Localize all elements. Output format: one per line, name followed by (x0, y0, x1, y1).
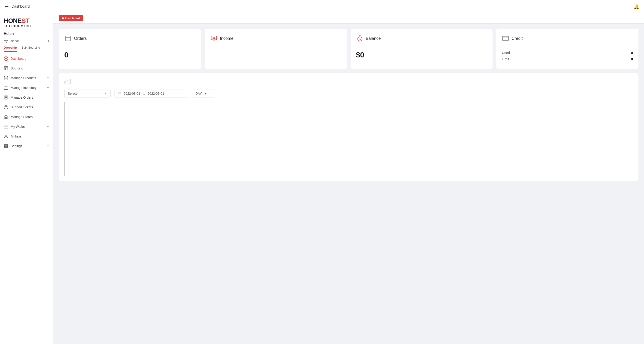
manage-products-icon (4, 76, 8, 80)
credit-limit-label: Limit (502, 57, 509, 61)
credit-card: Credit Used 0 Limit 0 (496, 29, 638, 69)
settings-icon (4, 144, 8, 148)
chart-period-value: DAY (196, 92, 202, 95)
my-wallet-label: My Wallet (11, 125, 44, 128)
manage-orders-label: Manage Orders (11, 96, 49, 99)
svg-rect-20 (213, 37, 214, 39)
sidebar-item-manage-products[interactable]: Manage Products ▼ (0, 73, 53, 83)
sidebar-item-manage-orders[interactable]: Manage Orders (0, 93, 53, 102)
chart-date-from: 2022-08-01 (124, 92, 140, 95)
settings-label: Settings (11, 144, 44, 148)
manage-products-arrow: ▼ (47, 77, 49, 79)
chart-area (64, 102, 633, 176)
calendar-icon (118, 92, 122, 95)
svg-point-14 (5, 135, 7, 136)
credit-title: Credit (512, 36, 522, 41)
breadcrumb-bar: Dashboard (53, 13, 644, 24)
sidebar-item-affiliate[interactable]: Affiliate (0, 131, 53, 141)
my-wallet-arrow: ▼ (47, 125, 49, 128)
dashboard-body: Orders 0 (53, 24, 644, 186)
breadcrumb-dot (62, 17, 64, 19)
sidebar-item-dashboard[interactable]: Dashboard (0, 54, 53, 63)
balance-card-header: Balance (356, 35, 487, 42)
affiliate-label: Affiliate (11, 134, 49, 138)
chart-date-range[interactable]: 2022-08-01 to 2022-09-01 (114, 90, 188, 97)
chart-metric-select[interactable]: Select ▼ (64, 90, 110, 97)
sourcing-icon (4, 66, 8, 71)
credit-used-row: Used 0 (502, 51, 633, 55)
orders-card-header: Orders (64, 35, 196, 42)
sidebar-item-settings[interactable]: Settings ▼ (0, 141, 53, 151)
chart-controls: Select ▼ 2022-08-01 to 2022-09-0 (64, 90, 633, 97)
sidebar-item-manage-stores[interactable]: Manage Stores (0, 112, 53, 122)
svg-rect-2 (4, 66, 8, 70)
sidebar-logo: HONEST FULPHILMENT (0, 13, 53, 31)
balance-value: $0 (356, 51, 487, 59)
credit-limit-row: Limit 0 (502, 57, 633, 61)
sidebar-item-manage-inventory[interactable]: Manage Inventory ▼ (0, 83, 53, 93)
top-header: ☰ Dashboard 🔔 (0, 0, 644, 13)
sidebar-nav: Dashboard Sourcing (0, 52, 53, 344)
sidebar-balance: My Balance $ (0, 38, 53, 44)
chart-period-select[interactable]: DAY ▼ (192, 90, 215, 97)
chart-date-separator: to (143, 92, 146, 95)
support-tickets-icon (4, 105, 8, 109)
my-wallet-icon (4, 124, 8, 129)
credit-limit-value: 0 (631, 57, 633, 61)
svg-rect-25 (67, 80, 68, 84)
manage-inventory-arrow: ▼ (47, 86, 49, 89)
tab-bulk-sourcing[interactable]: Bulk Sourcing (22, 46, 40, 52)
svg-rect-26 (69, 79, 70, 84)
chart-select-placeholder: Select (68, 92, 77, 95)
support-tickets-label: Support Tickets (11, 105, 49, 109)
manage-stores-label: Manage Stores (11, 115, 49, 119)
balance-card: Balance $0 (350, 29, 493, 69)
orders-icon (64, 35, 72, 42)
income-icon (210, 35, 218, 42)
chart-select-arrow-icon: ▼ (104, 92, 107, 95)
svg-rect-24 (65, 81, 66, 84)
affiliate-icon (4, 134, 8, 139)
notification-bell-icon[interactable]: 🔔 (634, 4, 640, 9)
manage-products-label: Manage Products (11, 76, 44, 80)
sidebar-tabs: Dropship Bulk Sourcing (0, 44, 53, 52)
sourcing-label: Sourcing (11, 66, 49, 70)
orders-card: Orders 0 (59, 29, 201, 69)
balance-value: $ (48, 39, 49, 43)
main-content: Dashboard Orders (53, 13, 644, 344)
settings-arrow: ▼ (47, 145, 49, 147)
income-card-header: Income (210, 35, 341, 42)
hamburger-icon[interactable]: ☰ (4, 4, 9, 9)
sidebar-item-my-wallet[interactable]: My Wallet ▼ (0, 122, 53, 131)
income-title: Income (220, 36, 234, 41)
header-title: Dashboard (12, 5, 30, 9)
svg-point-0 (4, 57, 8, 60)
sidebar: HONEST FULPHILMENT Helen My Balance $ Dr… (0, 13, 53, 344)
balance-title: Balance (366, 36, 381, 41)
layout: HONEST FULPHILMENT Helen My Balance $ Dr… (0, 13, 644, 344)
stat-cards: Orders 0 (59, 29, 638, 69)
breadcrumb-pill: Dashboard (59, 15, 83, 21)
credit-card-header: Credit (502, 35, 633, 42)
logo-honest: HONEST (4, 18, 49, 24)
svg-point-12 (6, 108, 6, 108)
credit-used-value: 0 (631, 51, 633, 55)
manage-stores-icon (4, 115, 8, 119)
svg-point-15 (6, 145, 7, 146)
income-card: Income (205, 29, 347, 69)
sidebar-item-sourcing[interactable]: Sourcing (0, 63, 53, 73)
chart-bar-icon (64, 78, 633, 86)
chart-section: Select ▼ 2022-08-01 to 2022-09-0 (59, 73, 638, 181)
chart-date-to: 2022-09-01 (148, 92, 164, 95)
balance-icon (356, 35, 364, 42)
svg-rect-16 (66, 36, 70, 41)
manage-inventory-icon (4, 85, 8, 90)
logo-fulphilment: FULPHILMENT (4, 24, 49, 28)
orders-value: 0 (64, 51, 196, 59)
svg-rect-22 (502, 36, 508, 41)
orders-title: Orders (74, 36, 87, 41)
sidebar-item-support-tickets[interactable]: Support Tickets (0, 102, 53, 112)
tab-dropship[interactable]: Dropship (4, 46, 17, 52)
manage-inventory-label: Manage Inventory (11, 86, 44, 90)
breadcrumb-label: Dashboard (65, 17, 80, 20)
